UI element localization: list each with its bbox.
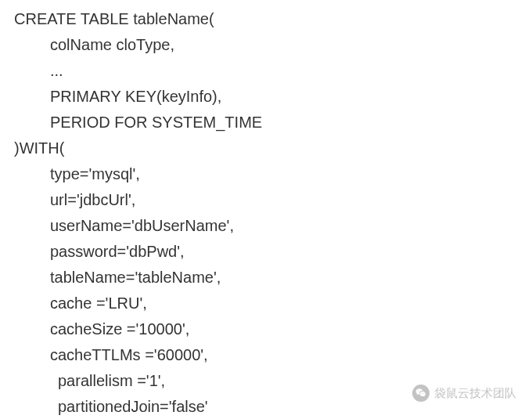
- code-line: colName cloType,: [14, 32, 518, 58]
- watermark: 袋鼠云技术团队: [412, 385, 516, 402]
- code-line: password='dbPwd',: [14, 239, 518, 265]
- code-line: url='jdbcUrl',: [14, 187, 518, 213]
- code-block: CREATE TABLE tableName( colName cloType,…: [0, 0, 532, 419]
- code-line: type='mysql',: [14, 161, 518, 187]
- code-line: cache ='LRU',: [14, 291, 518, 316]
- code-line: ...: [14, 58, 518, 84]
- code-line: cacheSize ='10000',: [14, 316, 518, 342]
- code-line: CREATE TABLE tableName(: [14, 6, 518, 32]
- wechat-icon: [412, 385, 430, 402]
- code-line: )WITH(: [14, 135, 518, 161]
- code-line: userName='dbUserName',: [14, 213, 518, 239]
- code-line: PRIMARY KEY(keyInfo),: [14, 84, 518, 110]
- code-line: tableName='tableName',: [14, 265, 518, 291]
- watermark-text: 袋鼠云技术团队: [434, 386, 516, 401]
- code-line: cacheTTLMs ='60000',: [14, 342, 518, 368]
- code-line: PERIOD FOR SYSTEM_TIME: [14, 110, 518, 135]
